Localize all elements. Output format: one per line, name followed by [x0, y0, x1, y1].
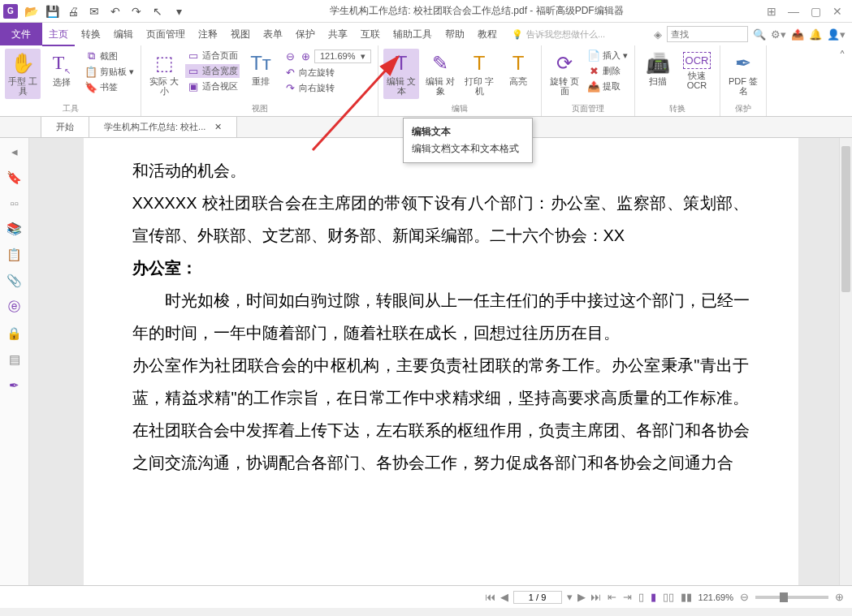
bookmark-panel-icon[interactable]: 🔖: [6, 170, 22, 185]
select-button[interactable]: T↖ 选择: [44, 49, 80, 90]
email-icon[interactable]: ✉: [86, 3, 102, 19]
highlight-button[interactable]: T 高亮: [500, 49, 536, 89]
comments-panel-icon[interactable]: 📋: [6, 248, 22, 262]
open-icon[interactable]: 📂: [23, 3, 39, 19]
menu-bar: 文件 主页 转换 编辑 页面管理 注释 视图 表单 保护 共享 互联 辅助工具 …: [0, 23, 852, 45]
ribbon-group-pagemgmt: ⟳ 旋转 页面 📄插入 ▾ ✖删除 📤提取 页面管理: [542, 45, 635, 116]
tab-start[interactable]: 开始: [41, 116, 89, 137]
edit-text-button[interactable]: T 编辑 文本: [383, 49, 419, 99]
last-page-icon[interactable]: ⏭: [590, 591, 601, 603]
tab-comment[interactable]: 注释: [192, 23, 224, 46]
view-continuous-facing-icon[interactable]: ▮▮: [681, 591, 692, 603]
typewriter-button[interactable]: T 打印 字机: [461, 49, 497, 99]
tab-accessibility[interactable]: 辅助工具: [387, 23, 439, 46]
next-page-icon[interactable]: ▶: [577, 591, 586, 603]
search-input[interactable]: [667, 26, 748, 42]
zoom-out-status-icon[interactable]: ⊖: [740, 591, 749, 603]
extract-button[interactable]: 📤提取: [586, 80, 629, 93]
view-continuous-icon[interactable]: ▮: [651, 591, 656, 603]
links-panel-icon[interactable]: ⓔ: [8, 299, 20, 315]
zoom-combo[interactable]: 121.69%▾: [314, 50, 371, 63]
scan-button[interactable]: 📠 扫描: [640, 49, 676, 89]
tab-edit[interactable]: 编辑: [107, 23, 140, 46]
print-icon[interactable]: 🖨: [65, 3, 81, 19]
rotate-left-button[interactable]: ↶向左旋转: [282, 66, 373, 80]
nav-back-icon[interactable]: ⇤: [608, 591, 616, 603]
sidebar-collapse-icon[interactable]: ◂: [11, 144, 18, 159]
rotate-right-button[interactable]: ↷向右旋转: [282, 81, 373, 95]
pages-panel-icon[interactable]: ▫▫: [10, 196, 19, 210]
zoom-slider-knob[interactable]: [780, 592, 788, 602]
security-panel-icon[interactable]: 🔒: [6, 326, 22, 341]
tab-protect[interactable]: 保护: [289, 23, 322, 46]
reflow-button[interactable]: Tт 重排: [243, 49, 279, 89]
tab-help[interactable]: 帮助: [439, 23, 471, 46]
extract-icon: 📤: [587, 80, 600, 93]
fit-visible-button[interactable]: ▣适合视区: [185, 80, 240, 93]
signatures-panel-icon[interactable]: ✒: [9, 378, 19, 393]
bell-icon[interactable]: 🔔: [809, 28, 822, 41]
tell-me-placeholder: 告诉我您想做什么...: [526, 28, 605, 41]
document-viewport[interactable]: 和活动的机会。 XXXXXX 校社团联合会在主席团的带领下设有八个部门：办公室、…: [29, 138, 852, 585]
tab-tutorial[interactable]: 教程: [471, 23, 504, 46]
clipboard-button[interactable]: 📋剪贴板 ▾: [83, 65, 136, 79]
file-menu[interactable]: 文件: [0, 23, 42, 45]
close-icon[interactable]: ✕: [833, 5, 842, 18]
tools-group-label: 工具: [5, 101, 136, 114]
layers-panel-icon[interactable]: 📚: [6, 222, 22, 236]
zoom-out-icon[interactable]: ⊖: [283, 50, 296, 62]
tab-view[interactable]: 视图: [224, 23, 257, 46]
attachments-panel-icon[interactable]: 📎: [6, 274, 22, 288]
actual-size-button[interactable]: ⬚ 实际 大小: [146, 49, 182, 99]
rotate-page-button[interactable]: ⟳ 旋转 页面: [547, 49, 582, 99]
fit-width-button[interactable]: ▭适合宽度: [185, 64, 240, 78]
edit-object-button[interactable]: ✎ 编辑 对象: [422, 49, 458, 99]
tab-document[interactable]: 学生机构工作总结: 校社... ✕: [89, 116, 237, 137]
minimize-icon[interactable]: —: [788, 5, 799, 18]
tab-convert[interactable]: 转换: [75, 23, 107, 46]
page-dropdown-icon[interactable]: ▾: [567, 591, 573, 603]
ribbon-options-icon[interactable]: ⊞: [767, 5, 776, 18]
scrollbar-thumb[interactable]: [841, 146, 850, 292]
zoom-in-status-icon[interactable]: ⊕: [835, 591, 844, 603]
user-icon[interactable]: 👤▾: [827, 28, 846, 41]
convert-group-label: 转换: [640, 101, 715, 114]
collapse-ribbon-icon[interactable]: ˄: [833, 45, 852, 116]
hand-tool-button[interactable]: ✋ 手型 工具: [5, 49, 41, 99]
tab-home[interactable]: 主页: [42, 23, 75, 46]
view-single-icon[interactable]: ▯: [638, 591, 644, 603]
pdf-page: 和活动的机会。 XXXXXX 校社团联合会在主席团的带领下设有八个部门：办公室、…: [84, 138, 798, 585]
view-facing-icon[interactable]: ▯▯: [663, 591, 674, 603]
first-page-icon[interactable]: ⏮: [485, 591, 495, 603]
diamond-icon[interactable]: ◈: [654, 28, 662, 41]
search-icon[interactable]: 🔍: [753, 28, 766, 41]
vertical-scrollbar[interactable]: [839, 138, 852, 585]
delete-button[interactable]: ✖删除: [586, 64, 629, 78]
share-icon[interactable]: 📤: [791, 28, 804, 41]
cursor-icon[interactable]: ↖: [149, 3, 166, 19]
tab-page-management[interactable]: 页面管理: [140, 23, 192, 46]
zoom-slider[interactable]: [755, 596, 828, 599]
prev-page-icon[interactable]: ◀: [500, 591, 508, 603]
qat-dropdown-icon[interactable]: ▾: [171, 3, 187, 19]
fit-page-button[interactable]: ▭适合页面: [185, 49, 240, 62]
screenshot-button[interactable]: ⧉截图: [83, 49, 136, 63]
nav-fwd-icon[interactable]: ⇥: [623, 591, 632, 603]
undo-icon[interactable]: ↶: [107, 3, 123, 19]
tab-connect[interactable]: 互联: [354, 23, 387, 46]
gear-icon[interactable]: ⚙▾: [771, 28, 786, 41]
ocr-button[interactable]: OCR 快速 OCR: [679, 49, 715, 93]
zoom-in-icon[interactable]: ⊕: [299, 50, 312, 62]
tell-me-input[interactable]: 💡 告诉我您想做什么...: [512, 28, 605, 41]
page-number-input[interactable]: [513, 591, 562, 604]
tab-close-icon[interactable]: ✕: [214, 122, 222, 131]
save-icon[interactable]: 💾: [44, 3, 60, 19]
maximize-icon[interactable]: ▢: [811, 5, 821, 18]
insert-button[interactable]: 📄插入 ▾: [586, 49, 629, 62]
bookmark-button[interactable]: 🔖书签: [83, 80, 136, 94]
redo-icon[interactable]: ↷: [128, 3, 145, 19]
tab-share[interactable]: 共享: [322, 23, 354, 46]
tab-form[interactable]: 表单: [257, 23, 289, 46]
pdf-sign-button[interactable]: ✒ PDF 签名: [725, 49, 761, 99]
fields-panel-icon[interactable]: ▤: [9, 352, 20, 367]
